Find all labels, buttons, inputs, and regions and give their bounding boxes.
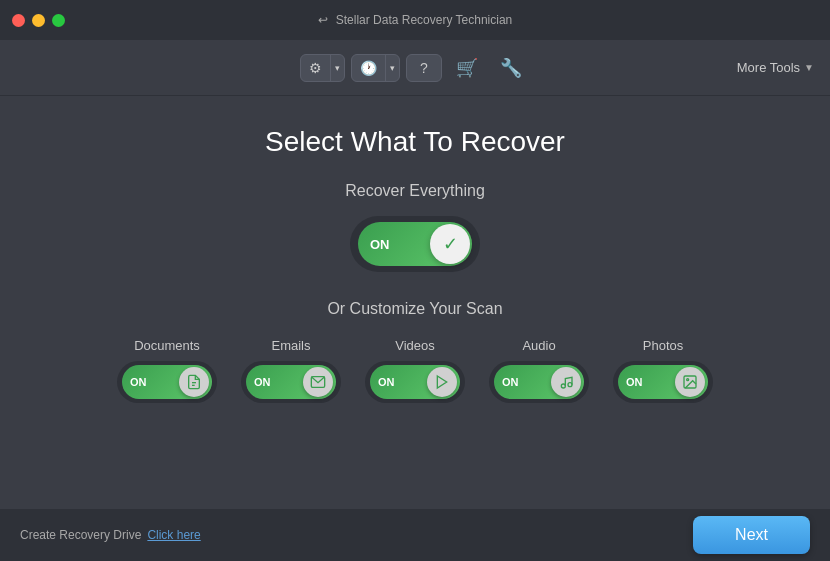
- maximize-button[interactable]: [52, 14, 65, 27]
- toggle-thumb-large: ✓: [430, 224, 470, 264]
- recover-everything-label: Recover Everything: [345, 182, 485, 200]
- main-content: Select What To Recover Recover Everythin…: [0, 96, 830, 423]
- photos-toggle-track[interactable]: ON: [618, 365, 708, 399]
- documents-label: Documents: [134, 338, 200, 353]
- audio-category: Audio ON: [489, 338, 589, 403]
- close-button[interactable]: [12, 14, 25, 27]
- toggle-track-large[interactable]: ON ✓: [358, 222, 472, 266]
- toolbar: ⚙ ▾ 🕐 ▾ ? 🛒 🔧 More Tools ▼: [0, 40, 830, 96]
- photos-on-label: ON: [624, 376, 643, 388]
- photos-label: Photos: [643, 338, 683, 353]
- document-icon: [186, 374, 202, 390]
- title-bar-back-icon: ↩: [318, 13, 328, 27]
- settings-icon[interactable]: ⚙: [301, 55, 330, 81]
- audio-icon: [558, 374, 574, 390]
- history-dropdown-arrow[interactable]: ▾: [385, 55, 399, 81]
- traffic-lights: [12, 14, 65, 27]
- email-icon: [310, 374, 326, 390]
- documents-toggle-thumb: [179, 367, 209, 397]
- audio-toggle-track[interactable]: ON: [494, 365, 584, 399]
- video-icon: [434, 374, 450, 390]
- wrench-button[interactable]: 🔧: [492, 57, 530, 79]
- more-tools-button[interactable]: More Tools ▼: [737, 60, 814, 75]
- emails-toggle[interactable]: ON: [241, 361, 341, 403]
- page-title: Select What To Recover: [265, 126, 565, 158]
- videos-toggle[interactable]: ON: [365, 361, 465, 403]
- help-icon: ?: [420, 60, 428, 76]
- documents-on-label: ON: [128, 376, 147, 388]
- emails-on-label: ON: [252, 376, 271, 388]
- bottom-bar: Create Recovery Drive Click here Next: [0, 509, 830, 561]
- videos-toggle-track[interactable]: ON: [370, 365, 460, 399]
- audio-toggle-thumb: [551, 367, 581, 397]
- videos-category: Videos ON: [365, 338, 465, 403]
- cart-button[interactable]: 🛒: [448, 57, 486, 79]
- videos-toggle-thumb: [427, 367, 457, 397]
- recover-everything-toggle[interactable]: ON ✓: [350, 216, 480, 272]
- customize-label: Or Customize Your Scan: [327, 300, 502, 318]
- title-bar: ↩ Stellar Data Recovery Technician: [0, 0, 830, 40]
- emails-category: Emails ON: [241, 338, 341, 403]
- history-button[interactable]: 🕐 ▾: [351, 54, 400, 82]
- create-recovery-label: Create Recovery Drive: [20, 528, 141, 542]
- videos-label: Videos: [395, 338, 435, 353]
- emails-label: Emails: [271, 338, 310, 353]
- checkmark-icon: ✓: [443, 233, 458, 255]
- category-row: Documents ON Emails: [117, 338, 713, 403]
- photos-category: Photos ON: [613, 338, 713, 403]
- help-button[interactable]: ?: [406, 54, 442, 82]
- documents-category: Documents ON: [117, 338, 217, 403]
- next-button[interactable]: Next: [693, 516, 810, 554]
- settings-dropdown-arrow[interactable]: ▾: [330, 55, 344, 81]
- audio-toggle[interactable]: ON: [489, 361, 589, 403]
- documents-toggle-track[interactable]: ON: [122, 365, 212, 399]
- title-bar-center: ↩ Stellar Data Recovery Technician: [318, 13, 513, 27]
- documents-toggle[interactable]: ON: [117, 361, 217, 403]
- photo-icon: [682, 374, 698, 390]
- toggle-on-label: ON: [366, 237, 390, 252]
- svg-marker-3: [437, 376, 446, 388]
- cart-icon: 🛒: [456, 58, 478, 78]
- audio-label: Audio: [522, 338, 555, 353]
- app-title: Stellar Data Recovery Technician: [336, 13, 513, 27]
- toolbar-group: ⚙ ▾ 🕐 ▾ ? 🛒 🔧: [300, 54, 530, 82]
- more-tools-arrow: ▼: [804, 62, 814, 73]
- svg-point-7: [687, 379, 689, 381]
- settings-button[interactable]: ⚙ ▾: [300, 54, 345, 82]
- photos-toggle-thumb: [675, 367, 705, 397]
- audio-on-label: ON: [500, 376, 519, 388]
- emails-toggle-track[interactable]: ON: [246, 365, 336, 399]
- emails-toggle-thumb: [303, 367, 333, 397]
- click-here-link[interactable]: Click here: [147, 528, 200, 542]
- wrench-icon: 🔧: [500, 58, 522, 78]
- history-icon[interactable]: 🕐: [352, 55, 385, 81]
- create-recovery-section: Create Recovery Drive Click here: [20, 528, 201, 542]
- videos-on-label: ON: [376, 376, 395, 388]
- photos-toggle[interactable]: ON: [613, 361, 713, 403]
- more-tools-label: More Tools: [737, 60, 800, 75]
- minimize-button[interactable]: [32, 14, 45, 27]
